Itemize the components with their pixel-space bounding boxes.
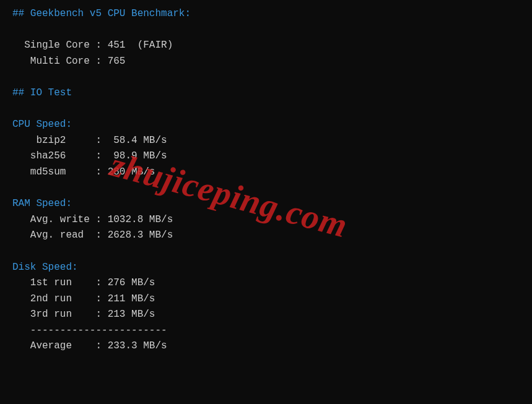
md5sum-line: md5sum : 280 MB/s <box>12 165 520 181</box>
ram-write-line: Avg. write : 1032.8 MB/s <box>12 212 520 228</box>
ram-read-value: 2628.3 MB/s <box>108 230 173 241</box>
sha256-line: sha256 : 98.9 MB/s <box>12 148 520 165</box>
ram-write-label: Avg. write : <box>12 214 108 225</box>
md5sum-value: 280 MB/s <box>108 166 155 178</box>
single-core-value: 451 (FAIR) <box>108 40 173 51</box>
disk-run3-line: 3rd run : 213 MB/s <box>12 307 520 323</box>
ram-read-label: Avg. read : <box>12 230 108 241</box>
disk-run1-line: 1st run : 276 MB/s <box>12 275 520 291</box>
disk-speed-title: Disk Speed: <box>12 260 520 276</box>
terminal-output: ## Geekbench v5 CPU Benchmark: Single Co… <box>12 6 520 355</box>
disk-run1-label: 1st run : <box>12 277 108 288</box>
disk-run2-line: 2nd run : 211 MB/s <box>12 291 520 307</box>
ram-write-value: 1032.8 MB/s <box>108 214 173 225</box>
io-test-title: ## IO Test <box>12 85 520 101</box>
bzip2-value: 58.4 MB/s <box>113 135 167 146</box>
sha256-label: sha256 : <box>12 150 113 161</box>
blank-line <box>12 69 520 85</box>
blank-line <box>12 181 520 197</box>
blank-line <box>12 22 520 38</box>
disk-avg-line: Average : 233.3 MB/s <box>12 338 520 355</box>
disk-divider: ----------------------- <box>12 323 520 339</box>
geekbench-title: ## Geekbench v5 CPU Benchmark: <box>12 6 520 22</box>
multi-core-value: 765 <box>108 56 126 67</box>
blank-line <box>12 244 520 260</box>
cpu-speed-title: CPU Speed: <box>12 117 520 133</box>
disk-run2-value: 211 MB/s <box>108 293 155 304</box>
bzip2-line: bzip2 : 58.4 MB/s <box>12 133 520 149</box>
ram-speed-title: RAM Speed: <box>12 196 520 212</box>
disk-run3-value: 213 MB/s <box>108 309 155 320</box>
ram-read-line: Avg. read : 2628.3 MB/s <box>12 228 520 244</box>
sha256-value: 98.9 MB/s <box>113 150 167 161</box>
multi-core-line: Multi Core : 765 <box>12 54 520 70</box>
disk-run2-label: 2nd run : <box>12 293 108 304</box>
md5sum-label: md5sum : <box>12 166 108 178</box>
disk-run3-label: 3rd run : <box>12 309 108 320</box>
disk-run1-value: 276 MB/s <box>108 277 155 288</box>
single-core-label: Single Core : <box>12 40 108 51</box>
single-core-line: Single Core : 451 (FAIR) <box>12 38 520 54</box>
blank-line <box>12 101 520 118</box>
disk-avg-value: 233.3 MB/s <box>108 340 167 351</box>
disk-avg-label: Average : <box>12 340 108 351</box>
bzip2-label: bzip2 : <box>12 135 113 146</box>
multi-core-label: Multi Core : <box>12 56 108 67</box>
